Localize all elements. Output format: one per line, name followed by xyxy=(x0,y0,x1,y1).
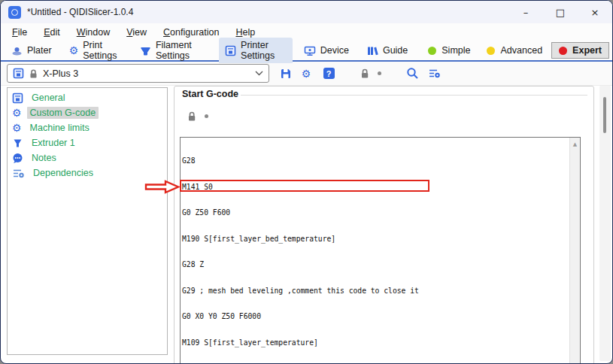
section-title: Start G-code xyxy=(182,89,238,99)
gcode-line: G0 Z50 F600 xyxy=(182,208,568,217)
preset-value: X-Plus 3 xyxy=(43,68,78,79)
minimize-button[interactable]: – xyxy=(508,1,543,23)
settings-page-list: General ⚙ Custom G-code ⚙ Machine limits… xyxy=(7,87,168,355)
gcode-line: G28 xyxy=(182,156,568,165)
expert-dot-icon xyxy=(559,47,567,55)
gear-icon: ⚙ xyxy=(69,45,79,56)
printer-icon xyxy=(225,45,236,56)
gcode-line: G28 Z xyxy=(182,260,568,269)
settings-list-icon xyxy=(428,68,441,79)
tab-filament-settings[interactable]: Filament Settings xyxy=(134,38,214,63)
menu-view[interactable]: View xyxy=(118,26,155,39)
sidebar-item-machine-limits[interactable]: ⚙ Machine limits xyxy=(8,120,167,135)
custom-gcode-panel: Start G-code G28 M141 S0 G0 Z50 F600 M19… xyxy=(174,86,594,364)
printer-preset-combobox[interactable]: X-Plus 3 xyxy=(7,64,269,83)
tab-print-settings[interactable]: ⚙ Print Settings xyxy=(63,38,129,63)
simple-dot-icon xyxy=(428,47,436,55)
printer-icon xyxy=(12,93,23,104)
help-button[interactable]: ? xyxy=(320,65,337,82)
gcode-line: M109 S[first_layer_temperature] xyxy=(182,338,568,347)
filament-icon xyxy=(140,45,151,56)
mode-selector: Simple Advanced Expert xyxy=(419,42,609,59)
menu-window[interactable]: Window xyxy=(68,26,118,39)
lock-icon[interactable] xyxy=(187,111,197,122)
menu-file[interactable]: File xyxy=(4,26,35,39)
compare-presets-button[interactable] xyxy=(426,65,442,82)
modified-indicator-dot xyxy=(378,71,381,75)
gear-icon: ⚙ xyxy=(302,68,311,79)
chevron-down-icon xyxy=(255,71,263,76)
sidebar-item-custom-gcode[interactable]: ⚙ Custom G-code xyxy=(8,105,167,120)
maximize-button[interactable]: □ xyxy=(543,1,578,23)
close-button[interactable]: × xyxy=(578,1,612,23)
advanced-dot-icon xyxy=(487,47,495,55)
tab-bar: Plater ⚙ Print Settings Filament Setting… xyxy=(1,41,612,62)
app-window: *Untitled - QIDISlicer-1.0.4 – □ × File … xyxy=(0,0,613,364)
help-icon: ? xyxy=(323,68,335,79)
option-state-row xyxy=(187,111,208,122)
gcode-line-highlighted: G29 ; mesh bed leveling ,comment this co… xyxy=(182,287,568,296)
sidebar-item-extruder-1[interactable]: Extruder 1 xyxy=(8,135,167,150)
panel-scrollbar[interactable] xyxy=(599,86,611,361)
lock-icon xyxy=(29,68,38,79)
save-icon xyxy=(280,68,292,80)
menu-help[interactable]: Help xyxy=(227,26,263,39)
gcode-line: G0 X0 Y0 Z50 F6000 xyxy=(182,312,568,321)
search-button[interactable] xyxy=(404,65,420,82)
funnel-icon xyxy=(12,138,23,149)
gcode-line: M141 S0 xyxy=(182,183,568,192)
gcode-line: M190 S[first_layer_bed_temperature] xyxy=(182,235,568,244)
search-icon xyxy=(406,67,419,80)
sidebar-item-dependencies[interactable]: Dependencies xyxy=(8,165,167,180)
scroll-up-arrow-icon: ▲ xyxy=(573,141,577,364)
preset-toolbar: X-Plus 3 ⚙ ? xyxy=(1,62,612,86)
tab-device[interactable]: Device xyxy=(298,43,355,59)
dependencies-icon xyxy=(12,168,25,179)
tab-plater[interactable]: Plater xyxy=(5,43,58,59)
tab-printer-settings[interactable]: Printer Settings xyxy=(219,38,293,63)
mode-simple[interactable]: Simple xyxy=(420,42,478,59)
plater-icon xyxy=(11,45,23,56)
menu-configuration[interactable]: Configuration xyxy=(155,26,227,39)
modified-indicator-dot xyxy=(205,114,208,118)
save-preset-button[interactable] xyxy=(278,65,294,82)
mode-expert[interactable]: Expert xyxy=(551,42,609,59)
sidebar-item-general[interactable]: General xyxy=(8,90,167,105)
notes-icon xyxy=(12,153,23,164)
preset-settings-button[interactable]: ⚙ xyxy=(298,65,314,82)
textarea-scrollbar[interactable]: ▲ xyxy=(569,138,580,364)
title-bar: *Untitled - QIDISlicer-1.0.4 – □ × xyxy=(1,1,612,23)
gear-icon: ⚙ xyxy=(12,123,22,133)
section-rule xyxy=(241,95,587,96)
sidebar-item-notes[interactable]: Notes xyxy=(8,150,167,165)
window-title: *Untitled - QIDISlicer-1.0.4 xyxy=(27,7,133,17)
scrollbar-thumb[interactable] xyxy=(603,97,606,133)
menu-edit[interactable]: Edit xyxy=(35,26,68,39)
annotation-arrow-icon xyxy=(144,180,181,194)
gear-icon: ⚙ xyxy=(12,108,22,118)
gcode-text: G28 M141 S0 G0 Z50 F600 M190 S[first_lay… xyxy=(181,138,569,364)
tab-guide[interactable]: Guide xyxy=(360,43,414,59)
printer-icon xyxy=(13,68,24,79)
start-gcode-textarea[interactable]: G28 M141 S0 G0 Z50 F600 M190 S[first_lay… xyxy=(180,137,581,364)
lock-icon xyxy=(360,68,370,79)
app-icon[interactable] xyxy=(8,6,21,19)
mode-advanced[interactable]: Advanced xyxy=(479,42,550,59)
window-controls: – □ × xyxy=(508,1,612,23)
guide-icon xyxy=(366,45,378,56)
device-icon xyxy=(304,45,316,56)
lock-toggle-button[interactable] xyxy=(357,65,373,82)
